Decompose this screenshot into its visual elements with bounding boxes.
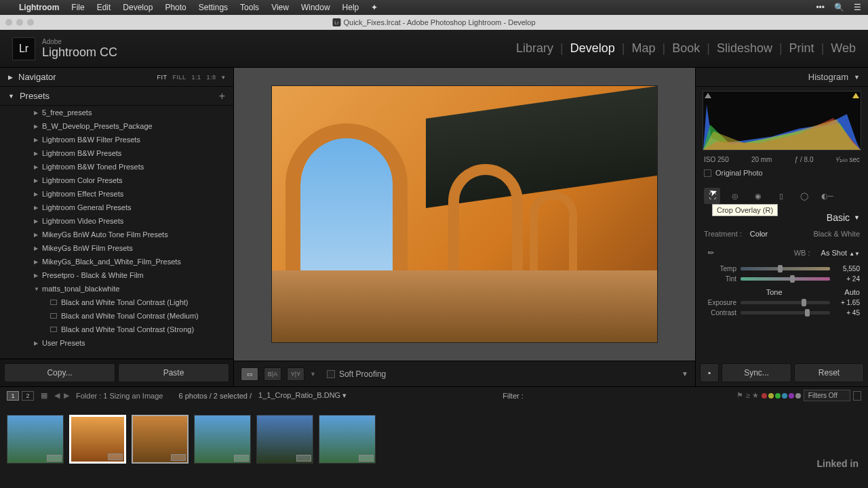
menu-help[interactable]: Help	[342, 3, 359, 12]
module-web[interactable]: Web	[831, 41, 856, 56]
reset-button[interactable]: Reset	[794, 363, 864, 382]
menu-extra-icon[interactable]: ✦	[371, 3, 378, 12]
presets-header[interactable]: ▼ Presets +	[0, 87, 233, 106]
preset-folder[interactable]: ▶MikeyGs BnW Auto Tone Film Presets	[0, 228, 233, 241]
preset-folder[interactable]: ▶5_free_presets	[0, 106, 233, 119]
preset-item[interactable]: Black and White Tonal Contrast (Strong)	[0, 323, 233, 336]
shadow-clip-icon[interactable]	[705, 93, 711, 98]
preset-folder[interactable]: ▶Lightroom Effect Presets	[0, 187, 233, 201]
menu-view[interactable]: View	[271, 3, 289, 12]
spotlight-icon[interactable]: 🔍	[834, 3, 844, 12]
preset-folder[interactable]: ▶Lightroom Color Presets	[0, 174, 233, 187]
preset-folder[interactable]: ▶Lightroom B&W Presets	[0, 146, 233, 160]
thumbnail-selected[interactable]	[132, 415, 189, 464]
auto-tone-button[interactable]: Auto	[844, 288, 860, 296]
treatment-bw[interactable]: Black & White	[814, 230, 860, 238]
menu-develop[interactable]: Develop	[123, 3, 153, 12]
filter-preset-dropdown[interactable]: Filters Off	[804, 390, 850, 401]
menu-photo[interactable]: Photo	[165, 3, 186, 12]
minimize-window-icon[interactable]	[16, 19, 23, 26]
filter-lock-icon[interactable]	[853, 391, 861, 401]
thumbnail[interactable]	[319, 415, 376, 464]
sync-button[interactable]: Sync...	[722, 363, 791, 382]
module-book[interactable]: Book	[672, 41, 700, 56]
nav-1-1[interactable]: 1:1	[191, 74, 201, 81]
tint-slider[interactable]	[741, 277, 830, 281]
original-photo-checkbox[interactable]	[704, 169, 711, 177]
menu-tools[interactable]: Tools	[240, 3, 259, 12]
thumbnail-selected[interactable]	[69, 415, 126, 464]
temp-value[interactable]: 5,550	[834, 265, 860, 272]
preset-folder[interactable]: ▶Lightroom B&W Filter Presets	[0, 133, 233, 146]
nav-fit[interactable]: FIT	[157, 74, 167, 81]
contrast-slider[interactable]	[741, 311, 830, 314]
nav-fill[interactable]: FILL	[172, 74, 186, 81]
preset-folder[interactable]: ▶Lightroom Video Presets	[0, 214, 233, 228]
color-label-filter[interactable]	[762, 393, 801, 399]
current-file[interactable]: 1_1_Crop_Ratio_B.DNG ▾	[258, 391, 347, 400]
white-balance-picker-icon[interactable]: ✎	[701, 243, 720, 262]
before-after-tb-icon[interactable]: Y|Y	[287, 367, 304, 381]
wb-value[interactable]: As Shot ▲▼	[821, 249, 860, 257]
histogram-header[interactable]: Histogram ▼	[696, 68, 868, 87]
preset-folder[interactable]: ▶Lightroom B&W Toned Presets	[0, 160, 233, 174]
thumbnail[interactable]	[7, 415, 64, 464]
photo-preview[interactable]	[271, 85, 658, 343]
folder-path[interactable]: Folder : 1 Sizing an Image	[76, 392, 163, 400]
menu-window[interactable]: Window	[301, 3, 330, 12]
nav-more-icon[interactable]: ▾	[222, 74, 226, 81]
nav-1-8[interactable]: 1:8	[206, 74, 216, 81]
second-window-icon[interactable]: 2	[22, 391, 34, 401]
sync-switch-icon[interactable]: ▪	[700, 363, 719, 382]
loupe-view-icon[interactable]: ▭	[241, 367, 258, 381]
next-photo-icon[interactable]: ▶	[64, 391, 69, 400]
spot-removal-icon[interactable]: ◎	[727, 188, 743, 204]
paste-button[interactable]: Paste	[118, 363, 229, 382]
menubar-more-icon[interactable]: •••	[816, 3, 825, 12]
preset-folder[interactable]: ▶Lightroom General Presets	[0, 201, 233, 214]
thumbnail[interactable]	[256, 415, 313, 464]
zoom-window-icon[interactable]	[27, 19, 34, 26]
exposure-slider[interactable]	[741, 301, 830, 304]
soft-proofing-checkbox[interactable]	[327, 370, 335, 378]
module-library[interactable]: Library	[516, 41, 553, 56]
copy-button[interactable]: Copy...	[4, 363, 115, 382]
exposure-value[interactable]: + 1.65	[834, 299, 860, 306]
highlight-clip-icon[interactable]	[852, 93, 859, 98]
main-window-icon[interactable]: 1	[7, 391, 19, 401]
menu-app[interactable]: Lightroom	[19, 3, 59, 12]
module-slideshow[interactable]: Slideshow	[717, 41, 772, 56]
prev-photo-icon[interactable]: ◀	[54, 391, 60, 400]
thumbnail[interactable]	[194, 415, 251, 464]
preset-folder[interactable]: ▶Presetpro - Black & White Film	[0, 268, 233, 282]
redeye-tool-icon[interactable]: ◉	[750, 188, 766, 204]
close-window-icon[interactable]	[5, 19, 12, 26]
adjustment-brush-icon[interactable]: ◐─	[819, 188, 835, 204]
graduated-filter-icon[interactable]: ▯	[773, 188, 789, 204]
treatment-color[interactable]: Color	[750, 230, 768, 238]
flag-filter-icon[interactable]: ⚑	[736, 391, 743, 400]
before-after-lr-icon[interactable]: B|A	[264, 367, 281, 381]
tint-value[interactable]: + 24	[834, 275, 860, 283]
toolbar-dropdown-icon[interactable]: ▼	[682, 370, 688, 378]
module-develop[interactable]: Develop	[570, 41, 615, 56]
grid-icon[interactable]: ▦	[41, 391, 47, 400]
module-map[interactable]: Map	[631, 41, 655, 56]
menubar-list-icon[interactable]: ☰	[854, 3, 861, 12]
preset-folder[interactable]: ▶MikeyGs_Black_and_White_Film_Presets	[0, 255, 233, 268]
preset-folder[interactable]: ▶MikeyGs BnW Film Presets	[0, 241, 233, 255]
histogram[interactable]	[703, 91, 861, 150]
module-print[interactable]: Print	[789, 41, 814, 56]
preset-folder[interactable]: ▶User Presets	[0, 336, 233, 350]
menu-file[interactable]: File	[71, 3, 84, 12]
menu-edit[interactable]: Edit	[97, 3, 111, 12]
temp-slider[interactable]	[741, 267, 830, 270]
add-preset-icon[interactable]: +	[219, 90, 225, 102]
preset-folder-open[interactable]: ▼matts_tonal_blackwhite	[0, 282, 233, 296]
preset-item[interactable]: Black and White Tonal Contrast (Medium)	[0, 309, 233, 323]
preset-item[interactable]: Black and White Tonal Contrast (Light)	[0, 296, 233, 309]
radial-filter-icon[interactable]: ◯	[796, 188, 812, 204]
contrast-value[interactable]: + 45	[834, 309, 860, 317]
navigator-header[interactable]: ▶ Navigator FIT FILL 1:1 1:8 ▾	[0, 68, 233, 87]
preset-folder[interactable]: ▶B_W_Develop_Presets_Package	[0, 119, 233, 133]
